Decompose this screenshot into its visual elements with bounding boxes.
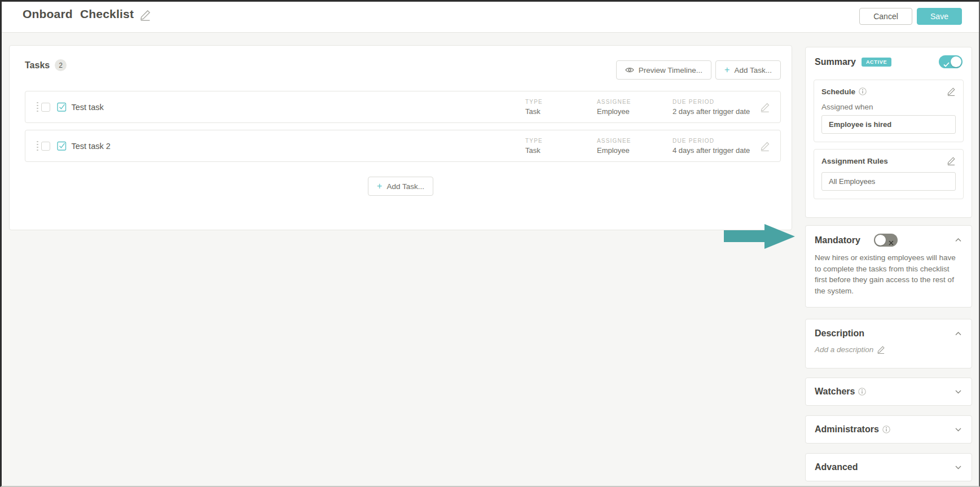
eye-icon [625, 67, 634, 73]
mandatory-description: New hires or existing employees will hav… [815, 252, 963, 296]
task-checkbox[interactable] [41, 142, 50, 151]
add-description-placeholder: Add a description [815, 345, 873, 354]
task-assignee-value: Employee [597, 146, 673, 155]
toggle-knob [951, 56, 961, 67]
pencil-icon [877, 345, 885, 354]
watchers-title: Watchers [815, 387, 855, 397]
expand-chevron-icon[interactable] [954, 389, 963, 395]
toggle-knob [875, 235, 886, 245]
save-button[interactable]: Save [917, 8, 962, 25]
advanced-title: Advanced [815, 462, 858, 472]
task-check-square-icon [57, 102, 67, 112]
assigned-when-label: Assigned when [821, 103, 956, 111]
collapse-chevron-icon[interactable] [954, 237, 963, 243]
drag-handle-icon[interactable] [37, 141, 38, 151]
task-name: Test task 2 [72, 142, 111, 151]
tasks-panel: Tasks 2 Preview Timeline... + Add Task..… [9, 45, 792, 230]
drag-handle-icon[interactable] [37, 102, 38, 112]
task-name: Test task [72, 103, 104, 112]
info-icon[interactable] [859, 87, 867, 95]
task-type-value: Task [525, 146, 597, 155]
type-column-label: TYPE [525, 99, 597, 105]
task-due-period-value: 4 days after trigger date [673, 146, 760, 155]
info-icon[interactable] [858, 388, 866, 396]
active-toggle[interactable] [939, 55, 963, 68]
edit-task-icon[interactable] [760, 102, 771, 112]
summary-title: Summary [815, 57, 856, 67]
assignment-rules-title: Assignment Rules [821, 157, 888, 165]
x-icon [889, 238, 894, 248]
mandatory-toggle[interactable] [874, 234, 898, 247]
task-row: Test task TYPE Task ASSIGNEE Employee DU… [25, 91, 781, 123]
mandatory-card: Mandatory New hires or existing employee… [805, 225, 972, 308]
expand-chevron-icon[interactable] [954, 427, 963, 433]
preview-timeline-button[interactable]: Preview Timeline... [616, 60, 711, 80]
annotation-arrow [724, 223, 796, 249]
expand-chevron-icon[interactable] [954, 464, 963, 471]
watchers-card: Watchers [805, 378, 972, 406]
task-assignee-value: Employee [597, 107, 673, 116]
summary-card: Summary ACTIVE Schedule Assigned when E [805, 47, 972, 218]
check-icon [943, 59, 950, 69]
task-due-period-value: 2 days after trigger date [673, 107, 760, 116]
plus-icon: + [724, 65, 729, 74]
edit-schedule-icon[interactable] [947, 87, 956, 96]
assignment-rules-value-box: All Employees [821, 172, 956, 191]
add-description-button[interactable]: Add a description [815, 345, 885, 354]
page-title: Onboard Checklist [23, 7, 134, 21]
assignee-column-label: ASSIGNEE [597, 138, 673, 144]
description-card: Description Add a description [805, 319, 972, 368]
collapse-chevron-icon[interactable] [954, 331, 963, 337]
edit-assignment-rules-icon[interactable] [947, 156, 956, 165]
add-task-button-bottom[interactable]: + Add Task... [368, 177, 433, 196]
task-checkbox[interactable] [41, 103, 50, 112]
add-task-button-top[interactable]: + Add Task... [715, 60, 781, 80]
tasks-count-badge: 2 [55, 59, 67, 71]
task-list: Test task TYPE Task ASSIGNEE Employee DU… [25, 91, 781, 162]
administrators-card: Administrators [805, 415, 972, 444]
advanced-card: Advanced [805, 453, 972, 481]
task-row: Test task 2 TYPE Task ASSIGNEE Employee … [25, 130, 781, 162]
edit-title-icon[interactable] [139, 9, 151, 21]
cancel-button[interactable]: Cancel [859, 8, 912, 25]
preview-timeline-label: Preview Timeline... [639, 66, 702, 74]
administrators-title: Administrators [815, 424, 879, 435]
header-bar: Onboard Checklist Cancel Save [0, 0, 980, 33]
description-title: Description [815, 328, 864, 339]
add-task-label: Add Task... [386, 182, 424, 191]
status-badge: ACTIVE [862, 58, 891, 67]
schedule-title: Schedule [821, 87, 855, 96]
assignee-column-label: ASSIGNEE [597, 99, 673, 105]
task-check-square-icon [57, 141, 67, 151]
settings-sidebar: Summary ACTIVE Schedule Assigned when E [805, 47, 972, 481]
tasks-title: Tasks [25, 60, 50, 71]
due-period-column-label: DUE PERIOD [673, 99, 760, 105]
assignment-rules-card: Assignment Rules All Employees [814, 149, 964, 199]
task-type-value: Task [525, 107, 597, 116]
schedule-value-box: Employee is hired [821, 115, 956, 134]
type-column-label: TYPE [525, 138, 597, 144]
mandatory-title: Mandatory [815, 235, 860, 245]
due-period-column-label: DUE PERIOD [673, 138, 760, 144]
add-task-label: Add Task... [734, 66, 772, 74]
edit-task-icon[interactable] [760, 141, 771, 151]
schedule-card: Schedule Assigned when Employee is hired [814, 80, 964, 142]
info-icon[interactable] [882, 425, 890, 433]
plus-icon: + [377, 182, 382, 191]
